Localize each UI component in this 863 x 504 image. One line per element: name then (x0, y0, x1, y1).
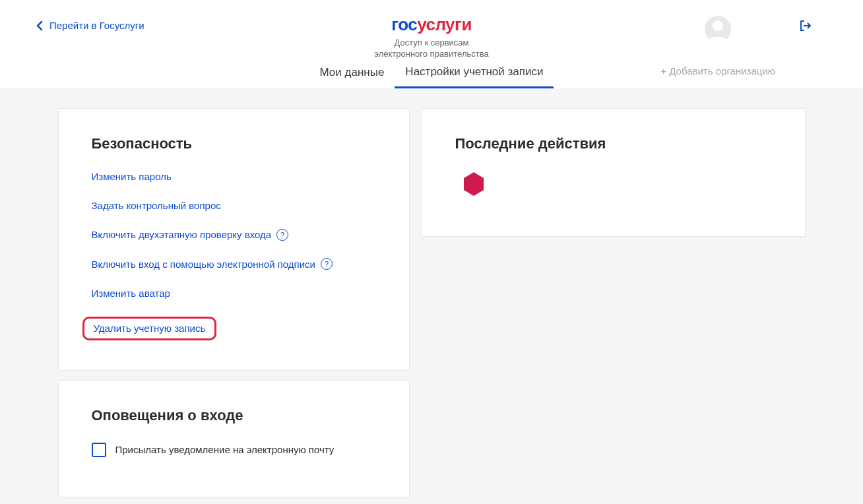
two-factor-link[interactable]: Включить двухэтапную проверку входа ? (92, 229, 289, 241)
slogan: Доступ к сервисам электронного правитель… (374, 38, 488, 60)
chevron-left-icon (36, 20, 43, 31)
link-label: Изменить аватар (92, 288, 170, 299)
tab-my-data[interactable]: Мои данные (309, 66, 395, 87)
link-label: Включить вход с помощью электронной подп… (92, 259, 315, 270)
svg-marker-1 (464, 172, 484, 196)
link-label: Задать контрольный вопрос (92, 200, 221, 211)
set-question-link[interactable]: Задать контрольный вопрос (92, 200, 221, 211)
email-notify-label: Присылать уведомление на электронную поч… (115, 444, 335, 455)
slogan-line1: Доступ к сервисам (374, 38, 488, 49)
recent-actions-title: Последние действия (455, 135, 772, 152)
security-card: Безопасность Изменить пароль Задать конт… (58, 108, 410, 371)
avatar-icon (705, 16, 731, 42)
logo-gos: гос (391, 15, 417, 34)
delete-account-highlight: Удалить учетную запись (82, 317, 217, 340)
avatar[interactable] (705, 16, 731, 42)
security-title: Безопасность (92, 135, 376, 152)
tab-account-settings[interactable]: Настройки учетной записи (395, 65, 554, 88)
change-password-link[interactable]: Изменить пароль (92, 171, 172, 182)
delete-account-link[interactable]: Удалить учетную запись (94, 323, 206, 334)
back-link-label: Перейти в Госуслуги (49, 20, 144, 31)
slogan-line2: электронного правительства (374, 49, 488, 60)
recent-actions-card: Последние действия (422, 108, 806, 237)
svg-point-0 (713, 20, 723, 31)
logo-block: госуслуги Доступ к сервисам электронного… (374, 15, 488, 60)
logout-icon[interactable] (800, 20, 812, 34)
notifications-title: Оповещения о входе (92, 407, 376, 424)
email-notify-checkbox[interactable] (92, 443, 106, 457)
notifications-card: Оповещения о входе Присылать уведомление… (58, 380, 410, 497)
change-avatar-link[interactable]: Изменить аватар (92, 288, 170, 299)
link-label: Включить двухэтапную проверку входа (92, 229, 272, 240)
electronic-signature-link[interactable]: Включить вход с помощью электронной подп… (92, 258, 333, 270)
link-label: Изменить пароль (92, 171, 172, 182)
link-label: Удалить учетную запись (94, 323, 206, 334)
help-icon[interactable]: ? (321, 258, 333, 270)
back-link[interactable]: Перейти в Госуслуги (36, 20, 144, 31)
logo-uslugi: услуги (417, 15, 472, 34)
logo: госуслуги (374, 15, 488, 35)
activity-icon (461, 171, 772, 200)
help-icon[interactable]: ? (276, 229, 288, 241)
add-organization-link[interactable]: + Добавить организацию (660, 65, 775, 77)
